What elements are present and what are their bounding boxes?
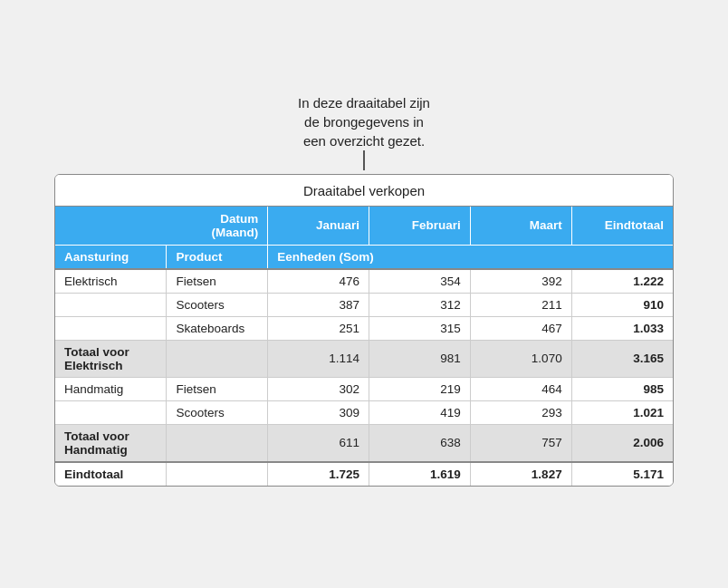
cell-jan: 302 — [268, 377, 369, 400]
table-row: Scooters387312211910 — [55, 293, 673, 316]
cell-jan: 1.725 — [268, 462, 369, 486]
header-eenheden: Eenheden (Som) — [268, 245, 673, 269]
header-row-2: Aansturing Product Eenheden (Som) — [55, 245, 673, 269]
header-datum: Datum (Maand) — [55, 207, 268, 246]
cell-aansturing: Elektrisch — [55, 269, 167, 294]
cell-total: 985 — [571, 377, 673, 400]
cell-total: 910 — [571, 293, 673, 316]
cell-total: 3.165 — [571, 340, 673, 377]
cell-feb: 419 — [369, 400, 471, 424]
data-table: Datum (Maand) Januari Februari Maart Ein… — [55, 207, 673, 486]
cell-aansturing: Handmatig — [55, 377, 167, 400]
table-row: Eindtotaal1.7251.6191.8275.171 — [55, 462, 673, 486]
cell-feb: 312 — [369, 293, 471, 316]
cell-jan: 251 — [268, 316, 369, 340]
cell-jan: 387 — [268, 293, 369, 316]
cell-product: Fietsen — [167, 377, 268, 400]
cell-aansturing: Totaal voor Handmatig — [55, 424, 167, 462]
page-container: In deze draaitabel zijn de brongegevens … — [0, 84, 728, 505]
table-row: Skateboards2513154671.033 — [55, 316, 673, 340]
table-row: Totaal voor Handmatig6116387572.006 — [55, 424, 673, 462]
cell-maart: 1.827 — [470, 462, 571, 486]
table-row: ElektrischFietsen4763543921.222 — [55, 269, 673, 294]
header-row-1: Datum (Maand) Januari Februari Maart Ein… — [55, 207, 673, 246]
cell-aansturing — [55, 316, 167, 340]
cell-product — [167, 462, 268, 486]
cell-feb: 638 — [369, 424, 471, 462]
cell-total: 2.006 — [571, 424, 673, 462]
cell-product: Skateboards — [167, 316, 268, 340]
cell-maart: 211 — [470, 293, 571, 316]
cell-feb: 354 — [369, 269, 471, 294]
cell-jan: 1.114 — [268, 340, 369, 377]
cell-aansturing: Totaal voor Elektrisch — [55, 340, 167, 377]
table-row: HandmatigFietsen302219464985 — [55, 377, 673, 400]
pivot-table: Draaitabel verkopen Datum (Maand) Januar… — [54, 174, 674, 487]
header-eindtotaal: Eindtotaal — [571, 207, 673, 246]
cell-product: Scooters — [167, 400, 268, 424]
cell-feb: 981 — [369, 340, 471, 377]
table-row: Totaal voor Elektrisch1.1149811.0703.165 — [55, 340, 673, 377]
cell-maart: 1.070 — [470, 340, 571, 377]
cell-total: 1.222 — [571, 269, 673, 294]
cell-product: Fietsen — [167, 269, 268, 294]
header-januari: Januari — [268, 207, 369, 246]
cell-maart: 464 — [470, 377, 571, 400]
header-maart: Maart — [470, 207, 571, 246]
cell-feb: 315 — [369, 316, 471, 340]
callout-line — [363, 150, 365, 170]
cell-total: 1.033 — [571, 316, 673, 340]
cell-product: Scooters — [167, 293, 268, 316]
cell-total: 1.021 — [571, 400, 673, 424]
cell-product — [167, 340, 268, 377]
callout-text: In deze draaitabel zijn de brongegevens … — [298, 93, 430, 150]
cell-aansturing — [55, 293, 167, 316]
cell-jan: 611 — [268, 424, 369, 462]
cell-product — [167, 424, 268, 462]
cell-jan: 309 — [268, 400, 369, 424]
table-row: Scooters3094192931.021 — [55, 400, 673, 424]
cell-maart: 293 — [470, 400, 571, 424]
header-aansturing: Aansturing — [55, 245, 167, 269]
header-product: Product — [167, 245, 268, 269]
header-februari: Februari — [369, 207, 471, 246]
cell-feb: 219 — [369, 377, 471, 400]
cell-jan: 476 — [268, 269, 369, 294]
cell-total: 5.171 — [571, 462, 673, 486]
callout-area: In deze draaitabel zijn de brongegevens … — [298, 93, 430, 170]
cell-maart: 392 — [470, 269, 571, 294]
table-body: ElektrischFietsen4763543921.222Scooters3… — [55, 269, 673, 486]
cell-feb: 1.619 — [369, 462, 471, 486]
cell-maart: 757 — [470, 424, 571, 462]
table-title: Draaitabel verkopen — [55, 175, 673, 207]
cell-aansturing — [55, 400, 167, 424]
cell-maart: 467 — [470, 316, 571, 340]
cell-aansturing: Eindtotaal — [55, 462, 167, 486]
